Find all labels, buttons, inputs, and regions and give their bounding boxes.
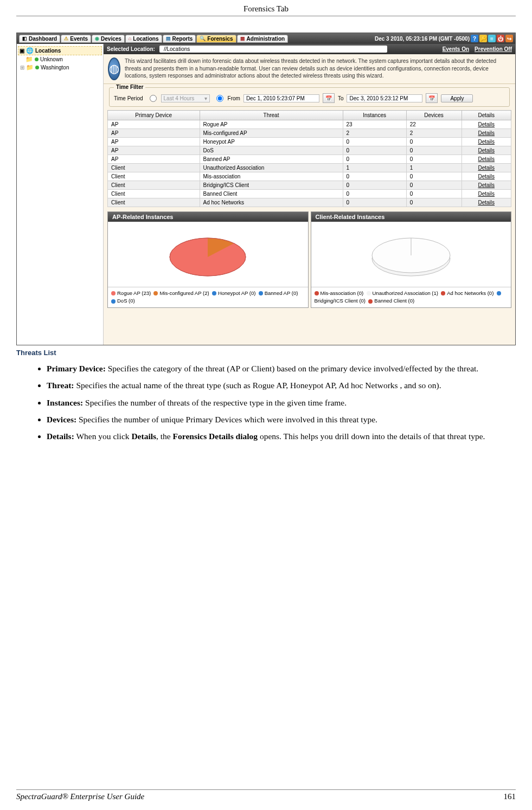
- key-icon[interactable]: 🔑: [479, 35, 487, 42]
- tab-devices[interactable]: ◉Devices: [92, 35, 125, 43]
- details-link[interactable]: Details: [478, 130, 495, 136]
- cell-threat: Banned Client: [200, 190, 343, 198]
- apply-button[interactable]: Apply: [441, 94, 473, 102]
- time-period-label: Time Period: [114, 95, 143, 101]
- cell-instances: 0: [343, 181, 406, 190]
- details-link[interactable]: Details: [478, 121, 495, 127]
- calendar-to-button[interactable]: 📅: [426, 93, 438, 103]
- tab-administration[interactable]: ▦Administration: [237, 35, 289, 43]
- details-link[interactable]: Details: [478, 156, 495, 162]
- cell-primary-device: Client: [108, 164, 200, 172]
- nav-datetime: Dec 3 2010, 05:23:16 PM (GMT -0500): [375, 36, 470, 42]
- events-status-link[interactable]: Events On: [443, 46, 469, 52]
- col-instances[interactable]: Instances: [343, 111, 406, 120]
- list-item: Primary Device: Specifies the category o…: [47, 362, 516, 375]
- cell-instances: 0: [343, 198, 406, 207]
- threats-table: Primary Device Threat Instances Devices …: [107, 110, 511, 207]
- time-filter: Time Filter Time Period Last 4 Hours▾ Fr…: [109, 87, 510, 107]
- swatch-icon: [368, 299, 373, 304]
- cell-threat: Honeypot AP: [200, 138, 343, 146]
- footer-page-number: 161: [504, 792, 516, 801]
- tree-item-washington[interactable]: ⊞ 📁 Washington: [18, 63, 102, 72]
- table-row: APBanned AP00Details: [108, 155, 511, 164]
- swatch-icon: [259, 291, 263, 295]
- doc-icon: ▤: [166, 36, 171, 41]
- legend-item: Mis-configured AP (2): [153, 290, 209, 296]
- cell-primary-device: AP: [108, 155, 200, 164]
- cell-primary-device: Client: [108, 198, 200, 207]
- cell-instances: 1: [343, 164, 406, 172]
- col-threat[interactable]: Threat: [200, 111, 343, 120]
- chart-title: Client-Related Instances: [311, 212, 511, 222]
- cell-devices: 0: [406, 146, 462, 155]
- to-datetime-input[interactable]: Dec 3, 2010 5:23:12 PM: [347, 94, 422, 102]
- cell-primary-device: AP: [108, 146, 200, 155]
- cell-threat: Banned AP: [200, 155, 343, 164]
- swatch-icon: [111, 291, 116, 295]
- plus-icon: ⊞: [20, 65, 24, 70]
- wizard-text: This wizard facilitates drill down into …: [125, 57, 511, 80]
- col-primary-device[interactable]: Primary Device: [108, 111, 200, 120]
- legend-item: DoS (0): [111, 298, 135, 304]
- col-devices[interactable]: Devices: [406, 111, 462, 120]
- table-row: APDoS00Details: [108, 146, 511, 155]
- table-row: APHoneypot AP00Details: [108, 138, 511, 146]
- footer-title: SpectraGuard® Enterprise User Guide: [16, 792, 144, 801]
- details-link[interactable]: Details: [478, 165, 495, 171]
- tab-locations[interactable]: ⌂Locations: [125, 35, 162, 43]
- doc-body: Primary Device: Specifies the category o…: [0, 362, 532, 442]
- details-link[interactable]: Details: [478, 200, 495, 205]
- swatch-icon: [497, 291, 501, 295]
- tab-events[interactable]: ⚠Events: [61, 35, 91, 43]
- details-link[interactable]: Details: [478, 191, 495, 197]
- cell-instances: 0: [343, 138, 406, 146]
- list-item: Devices: Specifies the number of unique …: [47, 413, 516, 426]
- calendar-icon: 📅: [325, 95, 332, 101]
- details-link[interactable]: Details: [478, 139, 495, 145]
- magnify-icon: 🔍: [200, 36, 206, 41]
- table-row: ClientBanned Client00Details: [108, 190, 511, 198]
- prevention-status-link[interactable]: Prevention Off: [475, 46, 512, 52]
- logout-icon[interactable]: ↪: [505, 35, 513, 42]
- cell-instances: 23: [343, 120, 406, 129]
- help-icon[interactable]: ?: [471, 35, 478, 42]
- details-link[interactable]: Details: [478, 182, 495, 188]
- tab-reports[interactable]: ▤Reports: [163, 35, 196, 43]
- swatch-icon: [315, 291, 319, 295]
- navbar: ◧Dashboard ⚠Events ◉Devices ⌂Locations ▤…: [17, 33, 515, 44]
- gauge-icon: ◧: [22, 36, 27, 41]
- tree-root[interactable]: ▣ 🌐 Locations: [18, 46, 102, 55]
- cell-devices: 0: [406, 155, 462, 164]
- cell-threat: Bridging/ICS Client: [200, 181, 343, 190]
- workspace: Selected Location: //Locations Events On…: [104, 44, 515, 345]
- folder-icon: 📁: [26, 64, 34, 71]
- sidebar: ▣ 🌐 Locations 📁 Unknown ⊞ 📁 Washington: [17, 44, 104, 345]
- details-link[interactable]: Details: [478, 173, 495, 179]
- list-icon[interactable]: ≡: [488, 35, 496, 42]
- swatch-icon: [441, 291, 445, 295]
- cell-primary-device: Client: [108, 172, 200, 181]
- location-path: //Locations: [159, 46, 387, 53]
- to-label: To: [338, 95, 344, 101]
- col-details[interactable]: Details: [462, 111, 511, 120]
- pie-chart-icon: [164, 227, 251, 281]
- swatch-icon: [153, 291, 158, 295]
- radio-from[interactable]: [216, 95, 223, 102]
- section-title: Threats List: [16, 349, 516, 357]
- tree-item-unknown[interactable]: 📁 Unknown: [18, 55, 102, 63]
- calendar-from-button[interactable]: 📅: [323, 93, 335, 103]
- tab-dashboard[interactable]: ◧Dashboard: [19, 35, 60, 43]
- legend-item: Mis-association (0): [315, 290, 364, 296]
- table-row: APRogue AP2322Details: [108, 120, 511, 129]
- cell-threat: DoS: [200, 146, 343, 155]
- last-hours-select[interactable]: Last 4 Hours▾: [161, 94, 210, 102]
- tab-forensics[interactable]: 🔍Forensics: [196, 35, 236, 43]
- table-row: ClientBridging/ICS Client00Details: [108, 181, 511, 190]
- bell-icon: ⚠: [64, 36, 68, 41]
- power-icon[interactable]: ⏻: [497, 35, 504, 42]
- cell-threat: Unauthorized Association: [200, 164, 343, 172]
- from-datetime-input[interactable]: Dec 1, 2010 5:23:07 PM: [243, 94, 319, 102]
- radio-last-hours[interactable]: [150, 95, 157, 102]
- details-link[interactable]: Details: [478, 147, 495, 153]
- status-dot-icon: [35, 57, 39, 61]
